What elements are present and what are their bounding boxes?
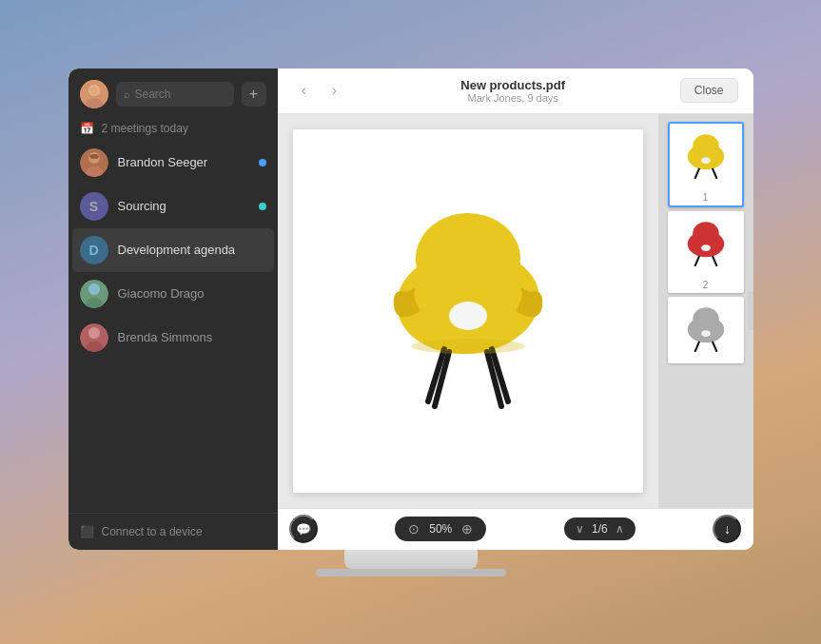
svg-line-36: [712, 342, 716, 352]
sidebar-item-label: Giacomo Drago: [118, 286, 266, 301]
monitor-stand: [344, 550, 478, 569]
brenda-avatar-icon: [80, 323, 108, 352]
sidebar-item-giacomo[interactable]: Giacomo Drago: [68, 272, 278, 316]
thumbnail-2[interactable]: 2: [668, 211, 744, 293]
svg-line-31: [712, 256, 716, 266]
meetings-row: 📅 2 meetings today: [68, 116, 278, 141]
monitor-base: [316, 569, 506, 576]
chat-icon: 💬: [296, 522, 311, 537]
online-dot: [259, 159, 266, 166]
svg-point-9: [88, 283, 100, 295]
pdf-subtitle: Mark Jones, 9 days: [460, 92, 565, 104]
close-button[interactable]: Close: [680, 78, 738, 103]
add-button[interactable]: +: [242, 82, 266, 107]
pdf-area: 1 2: [278, 114, 753, 508]
svg-point-12: [88, 327, 100, 339]
pdf-bottom-bar: 💬 ⊙ 50% ⊕ ∨ 1/6 ∧ ↓: [278, 508, 753, 550]
svg-line-25: [694, 168, 699, 179]
download-button[interactable]: ↓: [713, 515, 741, 543]
thumbnail-image-1: [670, 124, 742, 190]
zoom-out-button[interactable]: ⊙: [408, 521, 420, 537]
svg-point-33: [693, 307, 719, 331]
thumbnail-1[interactable]: 1: [668, 122, 744, 207]
thumb1-chair-icon: [677, 130, 734, 183]
svg-point-21: [411, 339, 525, 354]
sidebar: ⌕ + 📅 2 meetings today: [68, 68, 278, 550]
main-content: ‹ › New products.pdf Mark Jones, 9 days …: [278, 68, 753, 550]
svg-line-30: [694, 256, 699, 266]
connect-device-button[interactable]: ⬛ Connect to a device: [80, 525, 266, 538]
page-display: 1/6: [592, 522, 608, 536]
sidebar-bottom: ⬛ Connect to a device: [68, 513, 278, 550]
zoom-level: 50%: [429, 522, 452, 536]
svg-point-28: [693, 222, 719, 245]
pdf-header: ‹ › New products.pdf Mark Jones, 9 days …: [278, 68, 753, 114]
page-up-button[interactable]: ∧: [616, 522, 624, 536]
zoom-controls: ⊙ 50% ⊕: [395, 517, 486, 541]
sidebar-item-label: Development agenda: [118, 243, 266, 257]
page-controls: ∨ 1/6 ∧: [564, 517, 635, 540]
connect-label: Connect to a device: [102, 525, 203, 538]
sidebar-item-brenda[interactable]: Brenda Simmons: [68, 316, 278, 360]
calendar-icon: 📅: [80, 122, 94, 135]
download-icon: ↓: [724, 521, 731, 537]
search-icon: ⌕: [124, 88, 130, 100]
svg-point-16: [449, 302, 487, 330]
sidebar-item-label: Brandon Seeger: [118, 155, 249, 169]
zoom-in-button[interactable]: ⊕: [461, 521, 473, 537]
avatar: [80, 148, 108, 177]
next-arrow-button[interactable]: ›: [323, 79, 346, 102]
screen: ⌕ + 📅 2 meetings today: [68, 68, 753, 550]
thumb-number: 2: [668, 278, 744, 293]
thumb3-chair-icon: [677, 303, 734, 356]
avatar: [80, 80, 108, 108]
giacomo-avatar-icon: [80, 280, 108, 308]
svg-point-29: [701, 244, 711, 251]
avatar: S: [80, 192, 108, 221]
thumbnail-3[interactable]: [668, 297, 744, 363]
thumbnail-image-3: [668, 297, 744, 363]
page-down-button[interactable]: ∨: [576, 522, 584, 536]
svg-point-15: [416, 213, 520, 304]
chat-button[interactable]: 💬: [289, 515, 318, 543]
pdf-nav-arrows: ‹ ›: [293, 79, 346, 102]
monitor: ⌕ + 📅 2 meetings today: [68, 68, 753, 576]
svg-line-35: [694, 342, 699, 352]
yellow-chair-illustration: [373, 202, 563, 420]
meetings-label: 2 meetings today: [102, 122, 188, 135]
thumbnail-image-2: [668, 211, 744, 278]
pdf-page-main: [293, 129, 643, 493]
avatar: [80, 280, 108, 308]
pdf-thumbnails: 1 2: [658, 114, 753, 508]
svg-line-26: [712, 168, 716, 179]
sidebar-item-sourcing[interactable]: S Sourcing: [68, 185, 278, 228]
sidebar-header: ⌕ +: [68, 68, 278, 116]
svg-rect-7: [89, 154, 99, 159]
search-bar[interactable]: ⌕: [116, 82, 234, 107]
monitor-icon: ⬛: [80, 525, 94, 538]
teal-dot: [259, 203, 266, 210]
sidebar-item-development[interactable]: D Development agenda: [72, 228, 274, 272]
pdf-title-area: New products.pdf Mark Jones, 9 days: [460, 78, 565, 104]
thumb2-chair-icon: [677, 218, 734, 270]
prev-arrow-button[interactable]: ‹: [293, 79, 316, 102]
sidebar-toggle[interactable]: ›: [748, 292, 753, 330]
svg-point-3: [90, 87, 98, 94]
svg-point-23: [693, 134, 719, 158]
search-input[interactable]: [135, 88, 226, 101]
brandon-avatar-icon: [80, 148, 108, 177]
pdf-title: New products.pdf: [460, 78, 565, 92]
user-avatar-icon: [80, 80, 108, 108]
svg-point-24: [701, 157, 711, 164]
thumb-number: 1: [670, 190, 742, 205]
sidebar-item-label: Sourcing: [118, 199, 249, 213]
sidebar-item-label: Brenda Simmons: [118, 330, 266, 344]
svg-point-34: [701, 330, 711, 337]
avatar: [80, 323, 108, 352]
avatar: D: [80, 236, 108, 264]
sidebar-item-brandon[interactable]: Brandon Seeger: [68, 141, 278, 185]
